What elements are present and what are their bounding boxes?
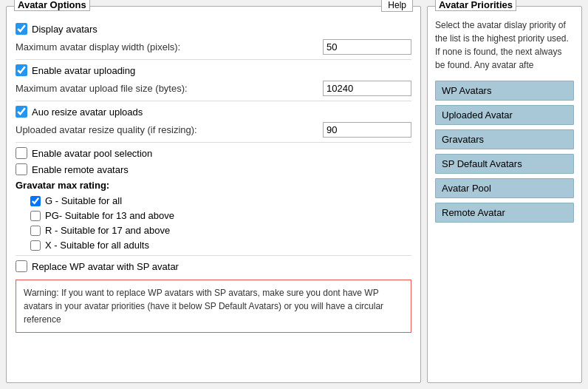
enable-pool-row: Enable avatar pool selection xyxy=(16,147,411,159)
priority-item-5[interactable]: Remote Avatar xyxy=(435,203,574,223)
max-upload-row: Maximum avatar upload file size (bytes): xyxy=(16,81,411,96)
rating-row-1: PG- Suitable for 13 and above xyxy=(16,210,411,221)
help-button[interactable]: Help xyxy=(381,0,413,12)
gravatar-label: Gravatar max rating: xyxy=(16,180,411,191)
left-panel-title: Avatar Options xyxy=(14,0,90,11)
replace-wp-row: Replace WP avatar with SP avatar xyxy=(16,260,411,272)
max-width-row: Maximum avatar display width (pixels): xyxy=(16,39,411,55)
max-upload-input[interactable] xyxy=(323,81,411,96)
enable-remote-label: Enable remote avatars xyxy=(32,164,129,175)
priority-description: Select the avatar dislay priority of the… xyxy=(435,18,574,72)
enable-uploading-row: Enable avatar uploading xyxy=(16,64,411,76)
resize-quality-row: Uploaded avatar resize quality (if resiz… xyxy=(16,122,411,138)
rating-label-2: R - Suitable for 17 and above xyxy=(45,225,170,236)
enable-remote-checkbox[interactable] xyxy=(16,163,27,175)
priority-item-3[interactable]: SP Default Avatars xyxy=(435,154,574,174)
enable-pool-checkbox[interactable] xyxy=(16,147,27,159)
priority-item-4[interactable]: Avatar Pool xyxy=(435,178,574,198)
priority-item-2[interactable]: Gravatars xyxy=(435,129,574,149)
ratings-container: G - Suitable for allPG- Suitable for 13 … xyxy=(16,195,411,251)
enable-pool-label: Enable avatar pool selection xyxy=(32,148,152,159)
rating-row-2: R - Suitable for 17 and above xyxy=(16,225,411,236)
enable-uploading-checkbox[interactable] xyxy=(16,64,27,76)
enable-uploading-label: Enable avatar uploading xyxy=(32,65,135,76)
rating-label-0: G - Suitable for all xyxy=(45,195,122,206)
auto-resize-row: Auo resize avatar uploads xyxy=(16,106,411,118)
max-width-label: Maximum avatar display width (pixels): xyxy=(16,41,323,53)
priority-item-1[interactable]: Uploaded Avatar xyxy=(435,105,574,125)
resize-quality-input[interactable] xyxy=(323,122,411,138)
enable-remote-row: Enable remote avatars xyxy=(16,163,411,175)
auto-resize-label: Auo resize avatar uploads xyxy=(32,106,143,118)
warning-box: Warning: If you want to replace WP avata… xyxy=(16,280,411,333)
priorities-container: WP AvatarsUploaded AvatarGravatarsSP Def… xyxy=(435,81,574,223)
rating-checkbox-3[interactable] xyxy=(30,240,41,251)
right-panel: Avatar Priorities Select the avatar disl… xyxy=(427,6,582,383)
rating-checkbox-2[interactable] xyxy=(30,226,41,236)
max-width-input[interactable] xyxy=(323,39,411,55)
priority-item-0[interactable]: WP Avatars xyxy=(435,81,574,101)
warning-text: Warning: If you want to replace WP avata… xyxy=(24,288,383,325)
rating-checkbox-1[interactable] xyxy=(30,211,41,221)
rating-label-1: PG- Suitable for 13 and above xyxy=(45,210,174,221)
display-avatars-row: Display avatars xyxy=(16,23,411,35)
left-panel: Avatar Options Help Display avatars Maxi… xyxy=(6,6,421,383)
resize-quality-label: Uploaded avatar resize quality (if resiz… xyxy=(16,124,323,135)
replace-wp-checkbox[interactable] xyxy=(16,260,27,272)
auto-resize-checkbox[interactable] xyxy=(16,106,27,118)
display-avatars-checkbox[interactable] xyxy=(16,23,27,35)
rating-row-3: X - Suitable for all adults xyxy=(16,240,411,251)
replace-wp-label: Replace WP avatar with SP avatar xyxy=(32,261,179,272)
display-avatars-label: Display avatars xyxy=(32,24,98,35)
rating-label-3: X - Suitable for all adults xyxy=(45,240,149,251)
rating-row-0: G - Suitable for all xyxy=(16,195,411,206)
right-panel-title: Avatar Priorities xyxy=(435,0,516,11)
max-upload-label: Maximum avatar upload file size (bytes): xyxy=(16,83,323,94)
rating-checkbox-0[interactable] xyxy=(30,196,41,206)
